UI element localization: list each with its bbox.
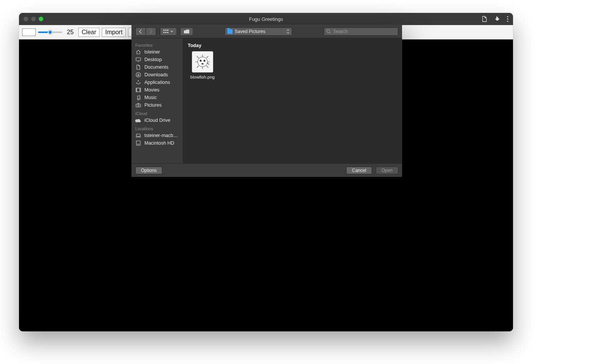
options-button[interactable]: Options [135,167,162,174]
window-title: Fugu Greetings [19,16,513,22]
sidebar-item[interactable]: Music [131,94,183,101]
svg-point-2 [507,20,508,22]
sidebar-item[interactable]: tsteiner [131,48,183,56]
sidebar-item-label: Movies [144,87,160,93]
traffic-lights [24,17,43,21]
page-icon[interactable] [482,16,487,22]
download-icon [135,72,141,77]
svg-rect-7 [165,32,166,33]
file-name: blowfish.png [188,75,217,79]
svg-point-26 [200,60,202,62]
sidebar-item[interactable]: iCloud Drive [131,117,183,124]
svg-point-17 [198,57,207,67]
svg-point-28 [201,63,204,65]
sidebar-item[interactable]: Documents [131,63,183,71]
sidebar-item-label: tsteiner-macb… [144,133,178,138]
close-window-button[interactable] [24,17,28,21]
svg-rect-10 [136,58,141,61]
sidebar-section-header: Locations [131,124,183,132]
sidebar-item-label: Downloads [144,72,168,77]
svg-point-9 [327,30,330,33]
home-icon [135,49,141,55]
sidebar-item-label: Applications [144,80,170,85]
minimize-window-button[interactable] [31,17,36,21]
open-file-dialog: Saved Pictures FavoriteststeinerDesktopD… [131,25,402,177]
nav-back-button[interactable] [135,27,146,36]
chevron-updown-icon [287,29,290,34]
sidebar-item[interactable]: Movies [131,86,183,94]
search-input[interactable] [333,29,396,34]
svg-rect-3 [163,30,165,31]
svg-rect-6 [163,32,165,33]
desktop-icon [135,57,141,62]
clear-button[interactable]: Clear [78,28,100,37]
import-button[interactable]: Import [102,28,126,37]
view-mode-button[interactable] [160,27,176,36]
file-list[interactable]: Today blowfish.png [183,38,402,163]
nav-forward-button[interactable] [146,27,156,36]
svg-rect-13 [136,104,141,107]
svg-point-1 [507,18,508,19]
sidebar-item[interactable]: Macintosh HD [131,139,183,147]
movie-icon [135,87,141,93]
camera-icon [135,102,141,108]
music-icon [135,95,141,100]
svg-point-0 [507,16,508,17]
sidebar[interactable]: FavoriteststeinerDesktopDocumentsDownloa… [131,38,183,163]
laptop-icon [135,133,141,138]
fullscreen-window-button[interactable] [39,17,43,21]
svg-rect-4 [165,30,166,31]
svg-line-25 [206,66,208,68]
sidebar-item[interactable]: Downloads [131,71,183,79]
extensions-icon[interactable] [494,16,500,22]
folder-icon [227,29,233,34]
cancel-button[interactable]: Cancel [346,167,372,174]
sidebar-item[interactable]: tsteiner-macb… [131,132,183,139]
location-label: Saved Pictures [235,29,266,34]
search-field[interactable] [324,27,398,36]
brush-size-value: 25 [65,29,76,36]
svg-line-23 [206,56,208,58]
brush-size-slider[interactable] [38,29,62,35]
dialog-footer: Options Cancel Open [131,163,402,177]
titlebar: Fugu Greetings [19,13,513,25]
search-icon [326,29,331,34]
svg-point-27 [204,60,206,62]
svg-rect-5 [167,30,168,31]
svg-rect-8 [167,32,168,33]
sidebar-item-label: Documents [144,65,168,70]
sidebar-item-label: Pictures [144,102,162,108]
svg-line-24 [197,66,199,68]
sidebar-item-label: tsteiner [144,49,160,55]
sidebar-item-label: Macintosh HD [144,140,174,146]
location-popup[interactable]: Saved Pictures [225,27,292,36]
sidebar-item-label: Desktop [144,57,162,62]
cloud-icon [135,118,141,123]
sidebar-item-label: iCloud Drive [144,118,170,123]
svg-point-14 [138,105,139,106]
disk-icon [135,140,141,146]
file-item[interactable]: blowfish.png [188,51,217,79]
open-button[interactable]: Open [376,167,398,174]
svg-rect-15 [136,134,140,136]
dialog-toolbar: Saved Pictures [131,25,402,38]
group-header: Today [188,43,397,48]
file-thumbnail [192,51,213,72]
group-by-button[interactable] [180,27,193,36]
color-swatch[interactable] [22,28,36,36]
sidebar-item[interactable]: Applications [131,79,183,86]
apps-icon [135,80,141,85]
sidebar-section-header: Favorites [131,41,183,48]
doc-icon [135,65,141,70]
sidebar-section-header: iCloud [131,109,183,117]
sidebar-item[interactable]: Desktop [131,56,183,63]
sidebar-item[interactable]: Pictures [131,101,183,109]
sidebar-item-label: Music [144,95,157,100]
svg-line-22 [197,56,199,58]
more-icon[interactable] [507,16,508,22]
svg-rect-16 [136,141,140,145]
